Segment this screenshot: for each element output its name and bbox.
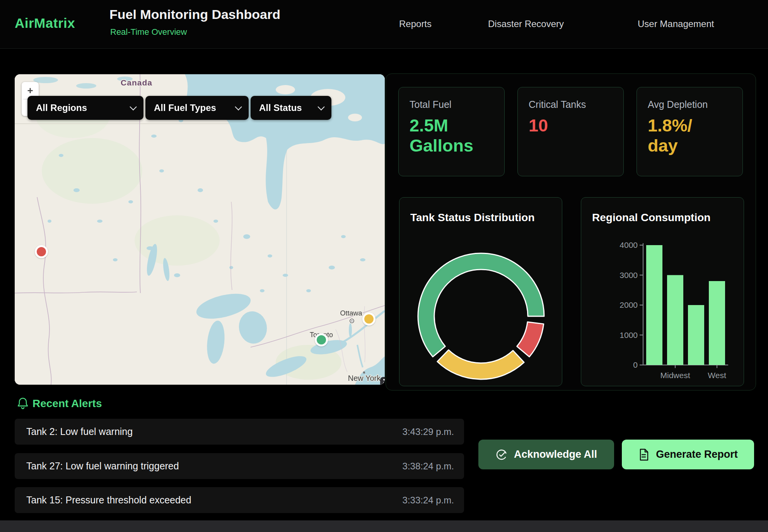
stat-value: 1.8%/ — [648, 116, 732, 136]
y-tick-label: 0 — [633, 360, 638, 369]
alert-time: 3:43:29 p.m. — [403, 426, 454, 437]
y-tick-label: 3000 — [620, 271, 638, 280]
status-filter-dropdown[interactable]: All Status — [251, 96, 331, 120]
stat-card-avg-depletion: Avg Depletion 1.8%/ day — [637, 87, 743, 176]
check-circle-icon — [495, 448, 508, 461]
bell-icon — [17, 397, 29, 410]
report-file-icon — [638, 448, 650, 461]
acknowledge-all-button[interactable]: Acknowledge All — [478, 440, 614, 469]
stat-value: Gallons — [410, 136, 493, 156]
acknowledge-all-label: Acknowledge All — [514, 448, 597, 460]
region-filter-value: All Regions — [36, 102, 87, 113]
footer-bar — [0, 520, 768, 532]
alert-text: Tank 15: Pressure threshold exceeded — [26, 494, 191, 506]
chevron-down-icon — [235, 103, 242, 110]
y-tick-label: 2000 — [620, 300, 638, 309]
stat-value: day — [648, 136, 732, 156]
bar-0 — [646, 245, 662, 365]
x-tick-label: Midwest — [660, 371, 690, 380]
generate-report-label: Generate Report — [656, 448, 738, 460]
bar-1 — [667, 275, 683, 365]
map-marker-1[interactable] — [362, 312, 375, 326]
map-canvas[interactable]: Canada Ottawa Toronto New York + − All R… — [15, 74, 385, 385]
map-marker-0[interactable] — [35, 245, 48, 258]
chevron-down-icon — [317, 103, 324, 110]
chart-title: Tank Status Distribution — [410, 211, 535, 224]
map-base: Canada Ottawa Toronto New York — [15, 74, 385, 385]
tank-status-card: Tank Status Distribution — [399, 197, 562, 386]
page-subtitle: Real-Time Overview — [110, 27, 187, 37]
page-title: Fuel Monitoring Dashboard — [109, 7, 280, 22]
stat-card-total-fuel: Total Fuel 2.5M Gallons — [398, 87, 505, 176]
stat-label: Avg Depletion — [648, 99, 732, 110]
generate-report-button[interactable]: Generate Report — [622, 440, 754, 469]
alert-text: Tank 27: Low fuel warning triggered — [26, 460, 179, 472]
stat-value: 2.5M — [410, 116, 493, 136]
alert-text: Tank 2: Low fuel warning — [26, 426, 133, 437]
alert-time: 3:38:24 p.m. — [403, 461, 454, 472]
fuel-type-filter-value: All Fuel Types — [154, 102, 216, 113]
nav-reports[interactable]: Reports — [399, 19, 432, 29]
header-bar: AirMatrix Fuel Monitoring Dashboard Real… — [0, 0, 768, 49]
fuel-type-filter-dropdown[interactable]: All Fuel Types — [145, 96, 249, 120]
y-tick-label: 1000 — [620, 331, 638, 339]
nav-user-management[interactable]: User Management — [638, 19, 714, 29]
donut-chart — [399, 198, 562, 386]
map-label-ottawa: Ottawa — [340, 309, 362, 317]
chevron-down-icon — [130, 103, 137, 110]
donut-segment-red — [517, 322, 544, 357]
resize-drag-handle[interactable] — [380, 377, 385, 385]
map-label-new-york: New York — [348, 374, 381, 382]
nav-disaster-recovery[interactable]: Disaster Recovery — [488, 19, 564, 29]
bar-3 — [709, 281, 725, 365]
stat-card-critical-tanks: Critical Tanks 10 — [517, 87, 624, 176]
y-tick-label: 4000 — [620, 240, 638, 249]
alert-row[interactable]: Tank 2: Low fuel warning 3:43:29 p.m. — [15, 419, 464, 445]
region-filter-dropdown[interactable]: All Regions — [27, 96, 143, 120]
alert-row[interactable]: Tank 15: Pressure threshold exceeded 3:3… — [15, 487, 464, 513]
x-tick-label: West — [708, 371, 726, 380]
fuel-monitoring-dashboard: AirMatrix Fuel Monitoring Dashboard Real… — [0, 0, 768, 532]
alert-time: 3:33:24 p.m. — [403, 495, 454, 506]
alerts-heading: Recent Alerts — [32, 397, 102, 410]
alert-row[interactable]: Tank 27: Low fuel warning triggered 3:38… — [15, 453, 464, 479]
bar-chart: 01000200030004000MidwestWest — [581, 198, 744, 386]
regional-consumption-card: Regional Consumption 01000200030004000Mi… — [581, 197, 744, 386]
brand-logo[interactable]: AirMatrix — [15, 15, 75, 31]
stat-label: Critical Tanks — [529, 99, 613, 110]
map-label-canada: Canada — [121, 78, 152, 87]
status-filter-value: All Status — [259, 102, 302, 113]
stat-value: 10 — [529, 116, 613, 136]
stat-label: Total Fuel — [410, 99, 493, 110]
chart-title: Regional Consumption — [592, 211, 710, 224]
bar-2 — [688, 305, 704, 365]
map-marker-2[interactable] — [315, 333, 328, 346]
donut-segment-yellow — [437, 350, 524, 379]
